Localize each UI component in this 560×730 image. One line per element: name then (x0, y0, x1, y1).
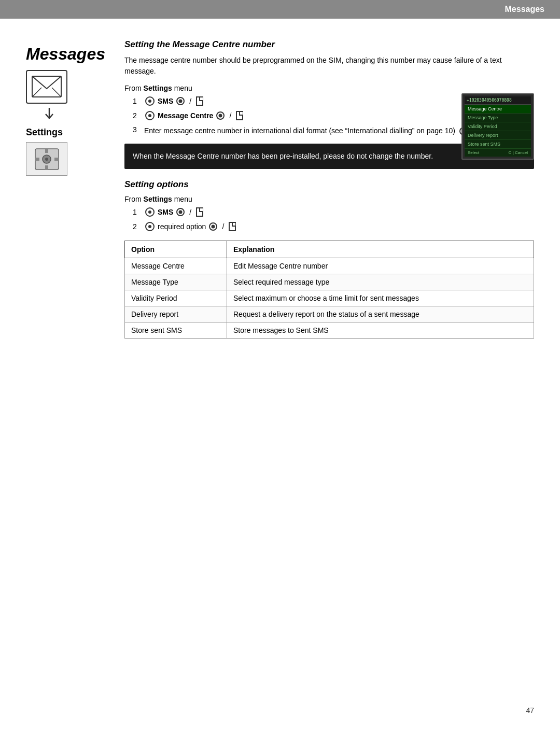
header-title: Messages (505, 5, 545, 14)
phone-screen-header: +10203040506070808 (465, 96, 531, 105)
s2-step1-label: SMS (158, 208, 173, 216)
step3-text: Enter message centre number in internati… (144, 125, 455, 136)
right-content: Setting the Message Centre number The me… (109, 39, 534, 339)
section2-step1-row: 1 SMS / (133, 207, 534, 217)
nav-icon-2 (145, 111, 155, 120)
table-row: Message TypeSelect required message type (125, 274, 534, 290)
settings-icon (26, 142, 67, 176)
option-cell: Message Type (125, 274, 227, 290)
select-icon-s2-1 (176, 208, 185, 216)
page-number: 47 (526, 706, 534, 714)
step2-number: 2 (133, 111, 140, 120)
menu-icon-2 (236, 111, 243, 120)
options-table: Option Explanation Message CentreEdit Me… (124, 241, 534, 339)
option-cell: Validity Period (125, 290, 227, 306)
svg-rect-11 (54, 158, 59, 161)
envelope-icon (26, 70, 67, 104)
svg-rect-10 (35, 158, 39, 161)
settings-label: Settings (26, 127, 63, 138)
option-cell: Store sent SMS (125, 322, 227, 339)
explanation-cell: Select maximum or choose a time limit fo… (227, 290, 534, 306)
svg-point-7 (45, 158, 48, 161)
explanation-cell: Select required message type (227, 274, 534, 290)
section2-step2-row: 2 required option / (133, 222, 534, 231)
nav-icon-s2-1 (145, 207, 155, 217)
options-table-container: Option Explanation Message CentreEdit Me… (124, 241, 534, 339)
col2-header: Explanation (227, 241, 534, 258)
phone-screen-footer: Select⊙ | Cancel (465, 149, 531, 157)
from-settings-1: From Settings menu (124, 84, 534, 92)
step2-label: Message Centre (158, 111, 213, 120)
col1-header: Option (125, 241, 227, 258)
page-title: Messages (26, 45, 105, 64)
section2-title: Setting options (124, 179, 534, 190)
nav-icon-1 (145, 96, 155, 106)
header-bar: Messages (0, 0, 560, 19)
step1-number: 1 (133, 97, 140, 105)
menu-icon-s2-2 (229, 222, 236, 231)
option-cell: Delivery report (125, 306, 227, 322)
explanation-cell: Store messages to Sent SMS (227, 322, 534, 339)
s2-step1-number: 1 (133, 208, 140, 216)
select-icon-1 (176, 97, 185, 105)
phone-screen-row: Message Centre (465, 105, 531, 114)
step1-label: SMS (158, 97, 173, 105)
step3-number: 3 (133, 125, 140, 134)
explanation-cell: Request a delivery report on the status … (227, 306, 534, 322)
phone-screen-row: Store sent SMS (465, 140, 531, 149)
left-sidebar: Messages Settings (26, 39, 109, 339)
menu-icon-1 (196, 96, 203, 106)
select-icon-2 (216, 111, 225, 120)
table-row: Validity PeriodSelect maximum or choose … (125, 290, 534, 306)
phone-screen-row: Message Type (465, 114, 531, 122)
phone-screen-row: Validity Period (465, 122, 531, 131)
select-icon-s2-2 (209, 222, 217, 231)
nav-icon-s2-2 (145, 222, 155, 231)
s2-step2-number: 2 (133, 222, 140, 231)
table-row: Delivery reportRequest a delivery report… (125, 306, 534, 322)
table-row: Message CentreEdit Message Centre number (125, 258, 534, 274)
s2-step2-label: required option (158, 222, 206, 231)
phone-screen-row: Delivery report (465, 131, 531, 140)
svg-rect-9 (45, 165, 48, 170)
menu-icon-s2-1 (196, 207, 203, 217)
svg-rect-8 (45, 149, 48, 153)
section2: Setting options From Settings menu 1 SMS… (124, 179, 534, 231)
phone-screen: +10203040506070808Message CentreMessage … (461, 93, 534, 160)
section1-body: The message centre number should be prep… (124, 55, 534, 77)
option-cell: Message Centre (125, 258, 227, 274)
down-arrow-icon (41, 108, 57, 122)
section1-title: Setting the Message Centre number (124, 39, 534, 50)
main-content: Messages Settings (0, 19, 560, 359)
table-row: Store sent SMSStore messages to Sent SMS (125, 322, 534, 339)
from-settings-2: From Settings menu (124, 195, 534, 203)
explanation-cell: Edit Message Centre number (227, 258, 534, 274)
